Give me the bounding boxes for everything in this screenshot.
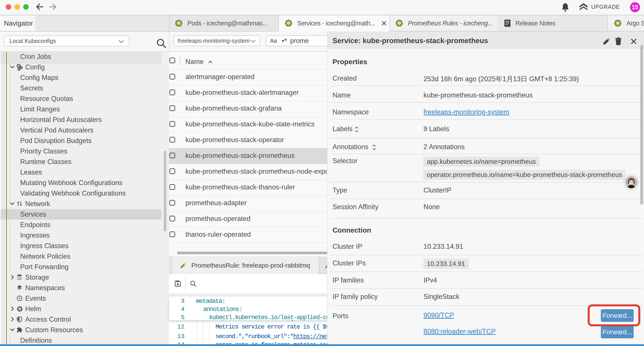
svg-text:HELM: HELM	[18, 308, 22, 310]
